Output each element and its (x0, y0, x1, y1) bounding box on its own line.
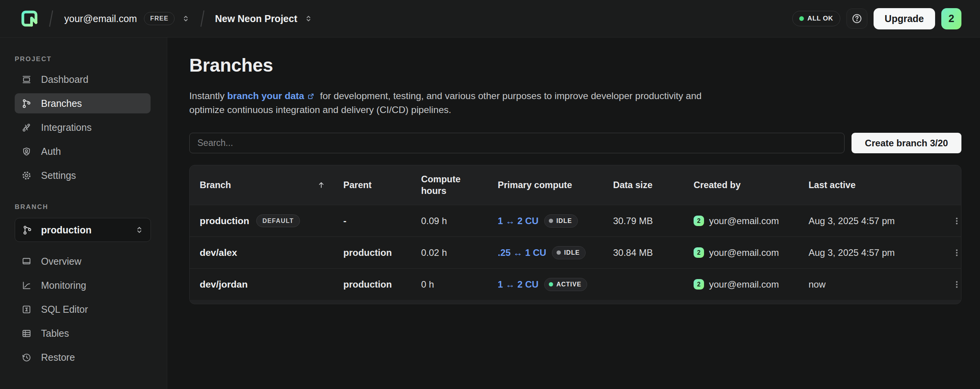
sidebar-item-label: Integrations (41, 122, 92, 133)
upgrade-button[interactable]: Upgrade (874, 8, 935, 29)
parent-branch: - (343, 216, 346, 226)
search-input[interactable] (189, 133, 845, 153)
avatar: 2 (694, 216, 704, 226)
sidebar-item-label: Settings (41, 170, 76, 181)
avatar: 2 (694, 247, 704, 258)
sidebar-item-label: Tables (41, 328, 69, 339)
primary-compute-cell: .25 ↔ 1 CU IDLE (498, 246, 613, 259)
status-pill: IDLE (552, 246, 585, 259)
external-link-icon (307, 92, 315, 100)
table-body: production DEFAULT - 0.09 h 1 ↔ 2 CU IDL… (190, 205, 961, 300)
compute-units-link[interactable]: .25 ↔ 1 CU (498, 247, 546, 258)
last-active-cell: Aug 3, 2025 4:57 pm (809, 247, 951, 258)
status-label: IDLE (556, 218, 572, 224)
project-name: New Neon Project (215, 13, 297, 24)
table-row[interactable]: dev/alex production 0.02 h .25 ↔ 1 CU ID… (190, 236, 961, 268)
sidebar-item-settings[interactable]: Settings (15, 165, 151, 185)
sidebar-item-label: Auth (41, 146, 61, 157)
compute-hours-cell: 0 h (421, 279, 498, 290)
branch-name: dev/alex (200, 247, 237, 258)
last-active-cell: now (809, 279, 951, 290)
kebab-icon (952, 248, 961, 257)
sidebar-item-label: Overview (41, 256, 81, 267)
org-switcher[interactable]: your@email.com FREE (63, 12, 190, 25)
branch-name: production (200, 216, 249, 226)
status-pill: IDLE (544, 214, 577, 228)
system-status-pill[interactable]: ALL OK (792, 11, 840, 26)
status-dot (549, 219, 553, 223)
branches-table: Branch Parent Compute hours Primary comp… (189, 165, 961, 304)
sort-ascending-icon[interactable] (317, 181, 326, 189)
row-actions-cell (951, 246, 961, 260)
chart-curve-icon (21, 280, 32, 291)
neon-console: your@email.com FREE New Neon Project ALL… (0, 0, 980, 389)
row-actions-cell (951, 214, 961, 228)
kebab-menu-button[interactable] (950, 246, 961, 260)
creator-email: your@email.com (709, 216, 779, 226)
branch-your-data-link[interactable]: branch your data (227, 91, 304, 101)
chevron-updown-icon (182, 14, 190, 23)
branch-cell: dev/alex (190, 247, 343, 258)
main-content: Branches Instantly branch your data for … (167, 38, 980, 389)
column-header-primary-compute: Primary compute (498, 180, 613, 190)
status-label: ACTIVE (556, 281, 581, 288)
compute-units-link[interactable]: 1 ↔ 2 CU (498, 279, 538, 290)
sidebar-item-label: Monitoring (41, 280, 86, 291)
neon-logo[interactable] (20, 9, 39, 28)
column-header-parent: Parent (343, 180, 421, 190)
history-clock-icon (21, 352, 32, 363)
header-actions: ALL OK Upgrade 2 (792, 8, 961, 29)
sidebar-item-label: Branches (41, 98, 82, 109)
primary-compute-cell: 1 ↔ 2 CU ACTIVE (498, 278, 613, 291)
sidebar-item-label: Restore (41, 352, 75, 363)
breadcrumb-slash (199, 9, 206, 28)
branch-selector[interactable]: production (15, 218, 151, 242)
window-icon (21, 74, 32, 85)
branch-cell: dev/jordan (190, 279, 343, 290)
sidebar-item-monitoring[interactable]: Monitoring (15, 275, 151, 295)
branch-cell: production DEFAULT (190, 214, 343, 227)
sidebar-item-branches[interactable]: Branches (15, 93, 151, 113)
status-label: ALL OK (807, 15, 833, 22)
sidebar-item-overview[interactable]: Overview (15, 251, 151, 271)
sidebar-item-tables[interactable]: Tables (15, 323, 151, 343)
shield-user-icon (21, 146, 32, 157)
kebab-menu-button[interactable] (950, 278, 961, 291)
sidebar-item-restore[interactable]: Restore (15, 347, 151, 367)
branch-nav: Overview Monitoring (15, 251, 151, 367)
branch-selector-value: production (41, 224, 92, 236)
table-row[interactable]: dev/jordan production 0 h 1 ↔ 2 CU ACTIV… (190, 268, 961, 300)
create-branch-button[interactable]: Create branch 3/20 (852, 133, 961, 153)
parent-cell: - (343, 216, 421, 226)
sidebar-item-integrations[interactable]: Integrations (15, 117, 151, 137)
notifications-badge[interactable]: 2 (941, 8, 961, 29)
gear-icon (21, 170, 32, 181)
table-row[interactable]: production DEFAULT - 0.09 h 1 ↔ 2 CU IDL… (190, 205, 961, 236)
project-nav: Dashboard Branches (15, 69, 151, 185)
parent-branch: production (343, 279, 392, 290)
parent-cell: production (343, 279, 421, 290)
table-icon (21, 328, 32, 339)
sidebar-item-dashboard[interactable]: Dashboard (15, 69, 151, 89)
chevron-updown-icon (135, 225, 144, 235)
parent-branch: production (343, 247, 392, 258)
kebab-menu-button[interactable] (950, 214, 961, 228)
org-email: your@email.com (64, 13, 137, 24)
sidebar-item-label: SQL Editor (41, 304, 88, 315)
question-circle-icon (851, 13, 863, 24)
data-size-cell: 30.79 MB (613, 216, 694, 226)
sidebar-item-sql-editor[interactable]: SQL Editor (15, 299, 151, 319)
creator-email: your@email.com (709, 279, 779, 290)
compute-units-link[interactable]: 1 ↔ 2 CU (498, 216, 538, 226)
branches-icon (21, 98, 32, 109)
project-switcher[interactable]: New Neon Project (215, 13, 313, 24)
primary-compute-cell: 1 ↔ 2 CU IDLE (498, 214, 613, 228)
branch-section: BRANCH production (15, 203, 151, 367)
help-button[interactable] (846, 9, 867, 29)
sidebar-item-auth[interactable]: Auth (15, 141, 151, 161)
column-header-compute-hours: Compute hours (421, 173, 498, 197)
column-header-created-by: Created by (694, 180, 809, 190)
parent-cell: production (343, 247, 421, 258)
compute-hours-cell: 0.09 h (421, 216, 498, 226)
description-text: Instantly (189, 91, 227, 101)
